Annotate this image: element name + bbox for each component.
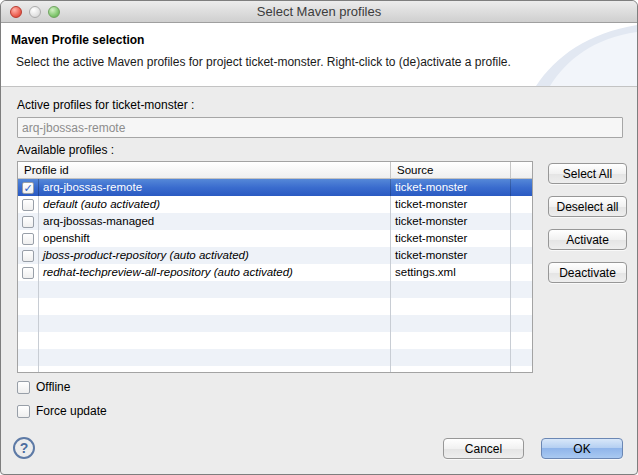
row-checkbox[interactable]	[22, 199, 34, 211]
help-button[interactable]: ?	[13, 437, 35, 459]
table-row-empty	[18, 366, 532, 373]
filler-cell	[511, 315, 532, 332]
source-cell	[391, 315, 511, 332]
row-checkbox-cell	[18, 247, 39, 264]
filler-cell	[511, 196, 532, 213]
filler-cell	[511, 179, 532, 196]
window-title: Select Maven profiles	[1, 1, 637, 23]
profile-id-cell	[39, 298, 391, 315]
table-row[interactable]: openshiftticket-monster	[18, 230, 532, 247]
column-header-source[interactable]: Source	[391, 162, 511, 178]
profile-id-cell[interactable]: openshift	[39, 230, 391, 247]
source-cell[interactable]: ticket-monster	[391, 196, 511, 213]
column-header-profile-id[interactable]: Profile id	[18, 162, 391, 178]
profile-id-cell[interactable]: redhat-techpreview-all-repository (auto …	[39, 264, 391, 281]
source-cell	[391, 281, 511, 298]
filler-cell	[511, 247, 532, 264]
table-row[interactable]: default (auto activated)ticket-monster	[18, 196, 532, 213]
table-row[interactable]: arq-jbossas-managedticket-monster	[18, 213, 532, 230]
profile-id-cell	[39, 281, 391, 298]
source-cell	[391, 349, 511, 366]
row-checkbox-cell	[18, 298, 39, 315]
available-profiles-label: Available profiles :	[17, 143, 114, 157]
ok-button[interactable]: OK	[541, 438, 623, 459]
force-update-checkbox[interactable]	[17, 405, 30, 418]
source-cell	[391, 298, 511, 315]
row-checkbox[interactable]	[22, 233, 34, 245]
profile-id-cell[interactable]: jboss-product-repository (auto activated…	[39, 247, 391, 264]
profile-id-cell[interactable]: arq-jbossas-managed	[39, 213, 391, 230]
titlebar: Select Maven profiles	[1, 1, 637, 23]
maven-profiles-dialog: Select Maven profiles Maven Profile sele…	[0, 0, 638, 475]
banner-title: Maven Profile selection	[11, 33, 144, 47]
profiles-table: Profile id Source ✓arq-jbossas-remotetic…	[17, 161, 533, 373]
force-update-label: Force update	[36, 404, 107, 418]
table-row-empty	[18, 315, 532, 332]
row-checkbox[interactable]	[22, 250, 34, 262]
row-checkbox-cell	[18, 281, 39, 298]
filler-cell	[511, 349, 532, 366]
cancel-button[interactable]: Cancel	[443, 438, 524, 459]
profile-id-cell	[39, 315, 391, 332]
source-cell[interactable]: ticket-monster	[391, 230, 511, 247]
row-checkbox[interactable]: ✓	[22, 182, 34, 194]
deselect-all-button[interactable]: Deselect all	[548, 196, 627, 217]
table-row-empty	[18, 349, 532, 366]
row-checkbox-cell	[18, 349, 39, 366]
row-checkbox-cell	[18, 366, 39, 373]
offline-label: Offline	[36, 380, 70, 394]
row-checkbox[interactable]	[22, 216, 34, 228]
force-update-option: Force update	[17, 404, 107, 418]
row-checkbox-cell	[18, 196, 39, 213]
row-checkbox-cell	[18, 332, 39, 349]
profile-id-cell[interactable]: arq-jbossas-remote	[39, 179, 391, 196]
active-profiles-label: Active profiles for ticket-monster :	[17, 98, 194, 112]
profile-id-cell	[39, 366, 391, 373]
filler-cell	[511, 298, 532, 315]
profile-id-cell	[39, 332, 391, 349]
source-cell[interactable]: ticket-monster	[391, 213, 511, 230]
offline-checkbox[interactable]	[17, 381, 30, 394]
filler-cell	[511, 230, 532, 247]
row-checkbox-cell: ✓	[18, 179, 39, 196]
side-button-column: Select AllDeselect allActivateDeactivate	[548, 163, 627, 295]
deactivate-button[interactable]: Deactivate	[548, 262, 627, 283]
source-cell	[391, 332, 511, 349]
row-checkbox-cell	[18, 213, 39, 230]
dialog-banner: Maven Profile selection Select the activ…	[1, 23, 637, 87]
row-checkbox-cell	[18, 315, 39, 332]
table-row-empty	[18, 298, 532, 315]
profile-id-cell[interactable]: default (auto activated)	[39, 196, 391, 213]
table-row-empty	[18, 281, 532, 298]
row-checkbox[interactable]	[22, 267, 34, 279]
filler-cell	[511, 281, 532, 298]
row-checkbox-cell	[18, 230, 39, 247]
column-header-filler	[511, 162, 532, 178]
filler-cell	[511, 264, 532, 281]
table-row[interactable]: redhat-techpreview-all-repository (auto …	[18, 264, 532, 281]
table-row-empty	[18, 332, 532, 349]
source-cell[interactable]: settings.xml	[391, 264, 511, 281]
filler-cell	[511, 213, 532, 230]
table-row[interactable]: ✓arq-jbossas-remoteticket-monster	[18, 179, 532, 196]
source-cell	[391, 366, 511, 373]
option-checkboxes: OfflineForce update	[17, 380, 107, 428]
active-profiles-input[interactable]	[17, 117, 623, 138]
filler-cell	[511, 366, 532, 373]
activate-button[interactable]: Activate	[548, 229, 627, 250]
filler-cell	[511, 332, 532, 349]
table-header: Profile id Source	[18, 162, 532, 179]
source-cell[interactable]: ticket-monster	[391, 179, 511, 196]
banner-description: Select the active Maven profiles for pro…	[16, 55, 511, 69]
select-all-button[interactable]: Select All	[548, 163, 627, 184]
table-body: ✓arq-jbossas-remoteticket-monsterdefault…	[18, 179, 532, 373]
source-cell[interactable]: ticket-monster	[391, 247, 511, 264]
row-checkbox-cell	[18, 264, 39, 281]
table-row[interactable]: jboss-product-repository (auto activated…	[18, 247, 532, 264]
profile-id-cell	[39, 349, 391, 366]
offline-option: Offline	[17, 380, 107, 394]
